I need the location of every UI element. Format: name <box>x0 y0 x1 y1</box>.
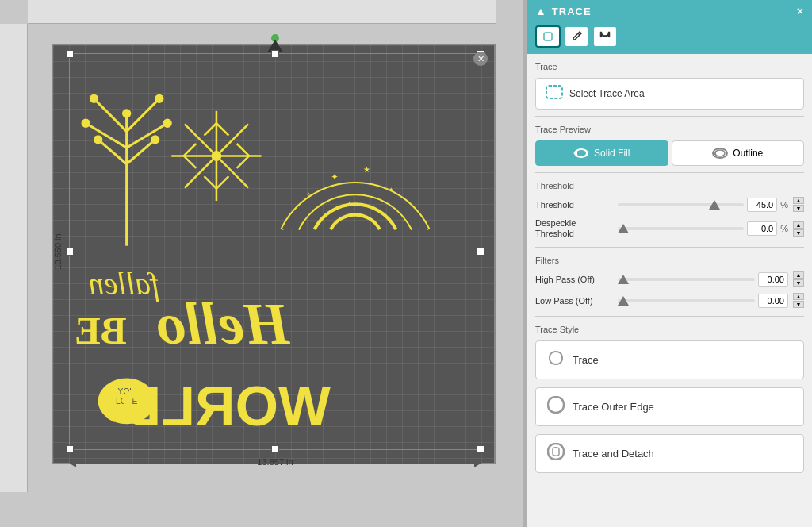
magnet-mode-button[interactable] <box>592 25 618 48</box>
threshold-row: Threshold 45.0 % ▲ ▼ <box>535 197 804 212</box>
low-pass-up-button[interactable]: ▲ <box>793 293 804 300</box>
svg-text:BE: BE <box>75 309 127 352</box>
threshold-slider-track <box>618 203 744 206</box>
despeckle-row: Despeckle Threshold 0.0 % ▲ ▼ <box>535 218 804 239</box>
trace-detach-icon <box>547 443 565 464</box>
magnet-mode-icon <box>598 29 612 44</box>
solid-fill-button[interactable]: Solid Fill <box>535 140 668 166</box>
despeckle-up-button[interactable]: ▲ <box>793 221 804 229</box>
high-pass-slider-track <box>618 278 755 281</box>
outline-button[interactable]: Outline <box>672 140 805 166</box>
pen-mode-button[interactable] <box>564 25 589 48</box>
high-pass-up-button[interactable]: ▲ <box>793 271 804 279</box>
svg-point-9 <box>82 120 89 126</box>
high-pass-value-input[interactable]: 0.00 <box>758 272 788 287</box>
despeckle-slider-thumb <box>618 224 629 233</box>
threshold-down-button[interactable]: ▼ <box>793 205 804 212</box>
despeckle-down-button[interactable]: ▼ <box>793 229 804 237</box>
ruler-left <box>0 24 28 492</box>
high-pass-down-button[interactable]: ▼ <box>793 279 804 287</box>
panel-close-button[interactable]: × <box>797 5 804 17</box>
svg-point-13 <box>124 110 130 117</box>
svg-line-2 <box>127 98 159 131</box>
svg-point-11 <box>95 137 102 143</box>
pen-mode-icon <box>569 29 584 44</box>
solid-fill-label: Solid Fill <box>594 148 630 159</box>
svg-text:★: ★ <box>363 165 370 174</box>
high-pass-slider-thumb <box>618 275 629 284</box>
trace-mode-icon <box>541 29 555 44</box>
low-pass-row: Low Pass (Off) 0.00 ▲ ▼ <box>535 293 804 308</box>
threshold-spinners: ▲ ▼ <box>793 197 804 212</box>
rotation-handle[interactable] <box>271 34 279 42</box>
svg-rect-41 <box>544 33 552 40</box>
high-pass-slider-container[interactable] <box>618 273 755 286</box>
despeckle-spinners: ▲ ▼ <box>793 221 804 237</box>
svg-text:✦: ✦ <box>331 171 339 183</box>
svg-text:⋆: ⋆ <box>347 198 352 206</box>
svg-line-19 <box>216 123 228 135</box>
divider-2 <box>535 172 804 173</box>
trace-mode-button[interactable] <box>535 25 561 48</box>
panel-header: ▲ TRACE × <box>527 0 812 22</box>
panel-collapse-icon[interactable]: ▲ <box>535 5 547 17</box>
trace-button[interactable]: Trace <box>535 340 804 379</box>
svg-line-1 <box>94 98 126 131</box>
svg-text:fallen: fallen <box>89 267 159 302</box>
svg-point-8 <box>156 95 163 102</box>
panel-title: TRACE <box>552 6 592 17</box>
svg-point-47 <box>576 150 586 156</box>
mat-close-button[interactable]: ✕ <box>473 52 488 66</box>
measure-arrow-h <box>70 463 481 464</box>
high-pass-label: High Pass (Off) <box>535 275 615 284</box>
trace-btn-label: Trace <box>573 354 599 366</box>
threshold-value-input[interactable]: 45.0 <box>747 198 777 212</box>
divider-3 <box>535 247 804 248</box>
svg-line-22 <box>184 144 196 156</box>
icon-toolbar <box>527 22 812 54</box>
preview-row: Solid Fill Outline <box>535 140 804 166</box>
filters-label: Filters <box>535 256 804 265</box>
svg-text:WORLD: WORLD <box>121 375 331 437</box>
design-mat: 13.857 in 10.550 in <box>52 44 496 464</box>
despeckle-value-input[interactable]: 0.0 <box>747 221 777 236</box>
threshold-slider-thumb <box>709 200 720 210</box>
trace-and-detach-button[interactable]: Trace and Detach <box>535 434 804 473</box>
panel-body: Trace Select Trace Area Trace Preview So… <box>527 54 812 527</box>
trace-outer-edge-button[interactable]: Trace Outer Edge <box>535 387 804 426</box>
svg-line-24 <box>237 144 249 156</box>
high-pass-spinners: ▲ ▼ <box>793 271 804 287</box>
svg-rect-45 <box>546 86 562 98</box>
trace-panel: ▲ TRACE × Trace <box>527 0 812 527</box>
low-pass-slider-thumb <box>618 296 629 306</box>
threshold-slider-container[interactable] <box>618 198 744 211</box>
trace-outer-edge-label: Trace Outer Edge <box>573 401 654 413</box>
svg-line-42 <box>578 33 580 35</box>
despeckle-unit: % <box>780 224 788 233</box>
trace-outer-edge-icon <box>547 396 565 417</box>
canvas-area: /* ticks rendered inline */ 13.857 in 10… <box>0 0 523 527</box>
svg-line-25 <box>237 156 249 167</box>
svg-point-10 <box>164 120 170 126</box>
svg-point-12 <box>152 137 159 143</box>
low-pass-slider-container[interactable] <box>618 294 755 307</box>
threshold-up-button[interactable]: ▲ <box>793 197 804 204</box>
svg-line-21 <box>216 176 228 188</box>
svg-line-23 <box>184 156 196 167</box>
low-pass-value-input[interactable]: 0.00 <box>758 294 788 308</box>
panel-header-left: ▲ TRACE <box>535 5 592 17</box>
divider-4 <box>535 316 804 317</box>
low-pass-spinners: ▲ ▼ <box>793 293 804 308</box>
select-trace-area-button[interactable]: Select Trace Area <box>535 78 804 110</box>
high-pass-row: High Pass (Off) 0.00 ▲ ▼ <box>535 271 804 287</box>
low-pass-down-button[interactable]: ▼ <box>793 301 804 308</box>
outline-icon <box>712 148 728 159</box>
divider-1 <box>535 116 804 117</box>
svg-line-6 <box>127 140 155 164</box>
select-trace-area-label: Select Trace Area <box>569 88 645 99</box>
ruler-top: /* ticks rendered inline */ <box>28 0 496 24</box>
solid-fill-icon <box>573 148 589 159</box>
design-svg: ✦ ★ ✧ ✦ ⋆ fallen BE YOU LOVE Hello <box>53 45 494 463</box>
svg-line-20 <box>204 176 216 188</box>
despeckle-slider-container[interactable] <box>618 222 744 235</box>
